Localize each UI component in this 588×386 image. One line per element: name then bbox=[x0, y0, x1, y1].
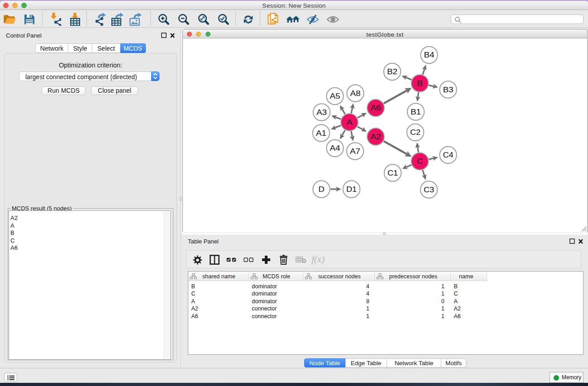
svg-text:A8: A8 bbox=[350, 89, 360, 97]
svg-text:C: C bbox=[417, 157, 423, 165]
svg-text:A3: A3 bbox=[316, 108, 327, 116]
svg-text:C2: C2 bbox=[410, 128, 421, 136]
svg-text:C3: C3 bbox=[424, 186, 434, 194]
svg-text:B2: B2 bbox=[387, 67, 397, 76]
svg-text:D1: D1 bbox=[346, 185, 357, 193]
svg-text:A2: A2 bbox=[370, 133, 381, 141]
svg-text:A4: A4 bbox=[330, 144, 340, 152]
svg-text:B4: B4 bbox=[424, 51, 434, 59]
svg-text:B: B bbox=[417, 79, 423, 87]
svg-text:D: D bbox=[318, 185, 324, 193]
svg-text:A7: A7 bbox=[350, 147, 360, 155]
svg-text:A6: A6 bbox=[370, 104, 381, 112]
svg-text:C4: C4 bbox=[443, 151, 453, 159]
svg-text:A1: A1 bbox=[316, 129, 326, 137]
svg-text:B1: B1 bbox=[411, 108, 421, 116]
svg-text:A: A bbox=[346, 118, 352, 126]
svg-text:B3: B3 bbox=[443, 86, 453, 94]
svg-text:A5: A5 bbox=[330, 92, 340, 100]
svg-text:C1: C1 bbox=[387, 169, 398, 177]
